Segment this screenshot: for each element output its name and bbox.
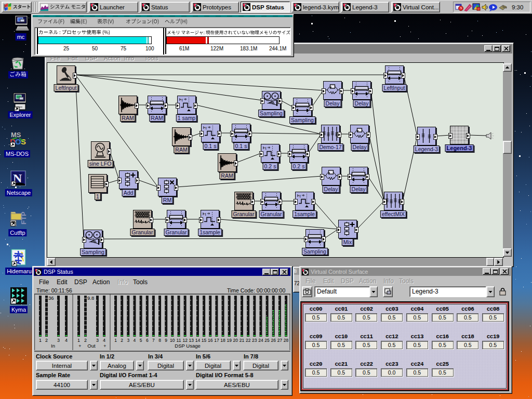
svg-text:14: 14	[195, 338, 201, 343]
svg-text:t: t	[265, 146, 267, 151]
svg-text:24: 24	[258, 338, 263, 343]
svg-text:+: +	[103, 343, 107, 349]
svg-text:+: +	[78, 343, 82, 349]
svg-text:36: 36	[48, 295, 54, 301]
svg-text:1: 1	[39, 338, 42, 343]
svg-text:10: 10	[170, 338, 175, 343]
svg-text:3: 3	[57, 338, 60, 343]
svg-text:t: t	[182, 98, 183, 102]
svg-text:7: 7	[152, 338, 155, 343]
svg-text:15: 15	[202, 338, 207, 343]
svg-text:2: 2	[84, 338, 87, 343]
svg-text:17: 17	[214, 338, 219, 343]
svg-text:27: 27	[277, 338, 283, 343]
svg-text:1: 1	[114, 338, 117, 343]
svg-text:9: 9	[165, 338, 167, 343]
svg-text:18: 18	[220, 338, 225, 343]
svg-text:11: 11	[177, 338, 181, 343]
svg-text:12: 12	[182, 338, 188, 343]
svg-text:1: 1	[77, 338, 80, 343]
svg-text:22: 22	[246, 338, 251, 343]
svg-text:4: 4	[103, 338, 105, 343]
svg-text:6: 6	[146, 338, 149, 343]
svg-text:26: 26	[271, 338, 276, 343]
svg-text:21: 21	[240, 338, 245, 343]
svg-text:13: 13	[189, 338, 194, 343]
svg-text:FTP: FTP	[20, 211, 27, 224]
svg-text:5: 5	[140, 338, 142, 343]
svg-text:t: t	[205, 212, 207, 217]
svg-text:4: 4	[134, 338, 136, 343]
svg-text:DSP Usage: DSP Usage	[175, 343, 200, 349]
svg-text:t: t	[300, 194, 301, 198]
svg-text:Out: Out	[87, 343, 96, 349]
svg-text:4: 4	[65, 338, 68, 343]
svg-text:9.8: 9.8	[87, 295, 94, 301]
svg-text:28: 28	[284, 338, 289, 343]
svg-text:3: 3	[96, 338, 99, 343]
svg-text:t: t	[206, 126, 207, 130]
svg-text:3: 3	[127, 338, 129, 343]
svg-text:2: 2	[45, 338, 48, 343]
svg-text:8: 8	[158, 338, 161, 343]
svg-text:2: 2	[121, 338, 123, 343]
svg-text:25: 25	[264, 338, 270, 343]
svg-text:16: 16	[208, 338, 213, 343]
svg-text:20: 20	[233, 338, 238, 343]
svg-text:In: In	[51, 343, 55, 349]
svg-text:23: 23	[252, 338, 257, 343]
svg-text:19: 19	[227, 338, 232, 343]
